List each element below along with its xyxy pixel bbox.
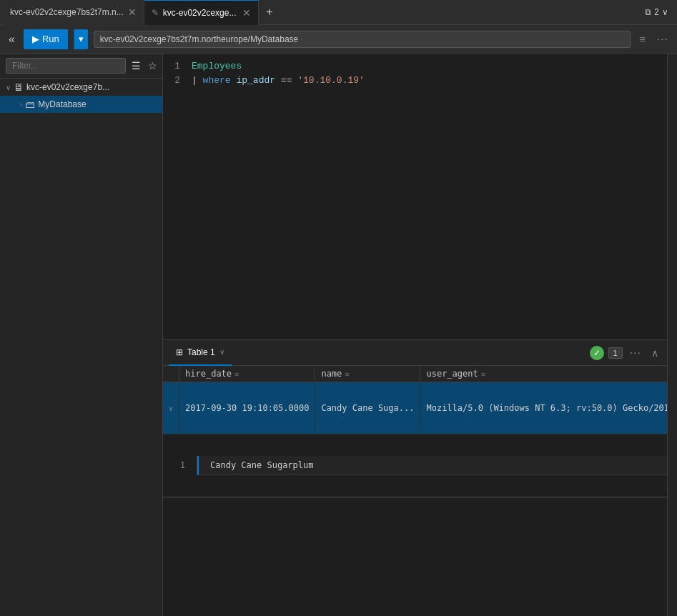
tab-1[interactable]: kvc-ev02v2cexge7bs2t7m.n... ✕ — [3, 0, 144, 25]
results-tab-table1[interactable]: ⊞ Table 1 ∨ — [169, 340, 232, 366]
results-table: hire_date ≡ name ≡ — [163, 366, 667, 497]
code-text-1: Employees — [192, 59, 242, 74]
filter-results-button[interactable]: ≡ — [636, 32, 648, 46]
results-tab-chevron[interactable]: ∨ — [219, 348, 224, 356]
vertical-scrollbar[interactable] — [667, 54, 677, 616]
col-user-agent[interactable]: user_agent ≡ — [420, 366, 667, 382]
tab-2[interactable]: ✎ kvc-ev02v2cexge... ✕ — [144, 0, 259, 25]
col-name[interactable]: name ≡ — [315, 366, 420, 382]
editor-area: 1 Employees 2 | where ip_addr == '10.10.… — [163, 54, 667, 616]
sidebar-item-server[interactable]: ∨ 🖥 kvc-ev02v2cexge7b... — [0, 79, 162, 96]
windows-icon: ⧉ — [645, 7, 651, 17]
run-arrow-button[interactable]: ▾ — [74, 29, 88, 49]
tab-bar: kvc-ev02v2cexge7bs2t7m.n... ✕ ✎ kvc-ev02… — [0, 0, 677, 25]
expanded-row-num: 1 — [163, 456, 197, 475]
tab-edit-icon: ✎ — [152, 8, 159, 18]
name-label: name — [321, 369, 342, 379]
database-icon: 🗃 — [25, 99, 35, 110]
results-actions: ✓ 1 ··· ∧ — [590, 345, 661, 361]
tab-1-label: kvc-ev02v2cexge7bs2t7m.n... — [10, 7, 124, 17]
code-text-2: | where ip_addr == '10.10.0.19' — [192, 74, 365, 88]
status-ok-badge: ✓ — [590, 346, 604, 360]
chevron-right-icon: › — [20, 101, 22, 109]
tab-1-close[interactable]: ✕ — [128, 6, 137, 18]
name-cell: Candy Cane Suga... — [315, 382, 420, 434]
check-icon: ✓ — [593, 348, 601, 358]
empty-result-area — [163, 497, 667, 616]
new-tab-button[interactable]: + — [259, 0, 280, 25]
user-agent-cell: Mozilla/5.0 (Windows NT 6.3; rv:50.0) Ge… — [420, 382, 667, 434]
tab-2-label: kvc-ev02v2cexge... — [163, 8, 237, 18]
expand-col-header — [163, 366, 179, 382]
counter-chevron[interactable]: ∨ — [662, 7, 668, 17]
results-panel: ⊞ Table 1 ∨ ✓ 1 ··· ∧ — [163, 339, 667, 616]
results-more-button[interactable]: ··· — [627, 345, 644, 361]
col-hire-date[interactable]: hire_date ≡ — [179, 366, 315, 382]
hire-date-cell: 2017-09-30 19:10:05.0000 — [179, 382, 315, 434]
expanded-detail-row: 1 Candy Cane Sugarplum — [163, 434, 667, 497]
main-layout: ☰ ☆ ∨ 🖥 kvc-ev02v2cexge7b... › 🗃 MyDatab… — [0, 54, 677, 616]
sidebar-filter-button[interactable]: ☰ — [130, 59, 142, 73]
results-table-wrap[interactable]: hire_date ≡ name ≡ — [163, 366, 667, 497]
sidebar-item-database[interactable]: › 🗃 MyDatabase — [0, 96, 162, 113]
tab-2-close[interactable]: ✕ — [242, 7, 251, 19]
results-count-badge: 1 — [608, 347, 623, 359]
expand-cell[interactable]: ∨ — [163, 382, 179, 434]
filter-input[interactable] — [6, 58, 126, 74]
run-button[interactable]: ▶ Run — [24, 29, 68, 49]
collapse-sidebar-button[interactable]: « — [6, 30, 18, 49]
sidebar-toolbar: ☰ ☆ — [0, 54, 162, 79]
code-line-1: 1 Employees — [163, 59, 667, 74]
results-collapse-button[interactable]: ∧ — [648, 346, 661, 360]
sidebar-database-label: MyDatabase — [38, 99, 86, 109]
sidebar-server-label: kvc-ev02v2cexge7b... — [26, 82, 109, 92]
tab-counter: ⧉ 2 ∨ — [645, 7, 674, 17]
sort-icon-user-agent: ≡ — [481, 370, 485, 378]
table-row[interactable]: ∨ 2017-09-30 19:10:05.0000 Candy Cane Su… — [163, 382, 667, 434]
hire-date-label: hire_date — [185, 369, 232, 379]
sidebar-star-button[interactable]: ☆ — [147, 59, 159, 73]
code-editor[interactable]: 1 Employees 2 | where ip_addr == '10.10.… — [163, 54, 667, 339]
row-expand-icon[interactable]: ∨ — [169, 404, 173, 412]
user-agent-label: user_agent — [426, 369, 478, 379]
table-header-row: hire_date ≡ name ≡ — [163, 366, 667, 382]
toolbar: « ▶ Run ▾ ≡ ··· — [0, 25, 677, 54]
chevron-down-icon: ∨ — [6, 84, 11, 91]
table-icon: ⊞ — [176, 347, 183, 357]
results-tab-label: Table 1 — [187, 347, 215, 357]
sort-icon-hire-date: ≡ — [234, 370, 239, 378]
run-icon: ▶ — [32, 34, 39, 44]
line-number-1: 1 — [163, 59, 192, 74]
results-tabbar: ⊞ Table 1 ∨ ✓ 1 ··· ∧ — [163, 340, 667, 366]
more-toolbar-button[interactable]: ··· — [654, 31, 671, 47]
server-icon: 🖥 — [14, 81, 24, 93]
sidebar: ☰ ☆ ∨ 🖥 kvc-ev02v2cexge7b... › 🗃 MyDatab… — [0, 54, 163, 616]
expanded-detail-value[interactable]: Candy Cane Sugarplum — [197, 456, 667, 475]
code-line-2: 2 | where ip_addr == '10.10.0.19' — [163, 74, 667, 88]
sort-icon-name: ≡ — [345, 370, 349, 378]
line-number-2: 2 — [163, 74, 192, 88]
db-path-input[interactable] — [94, 31, 631, 48]
